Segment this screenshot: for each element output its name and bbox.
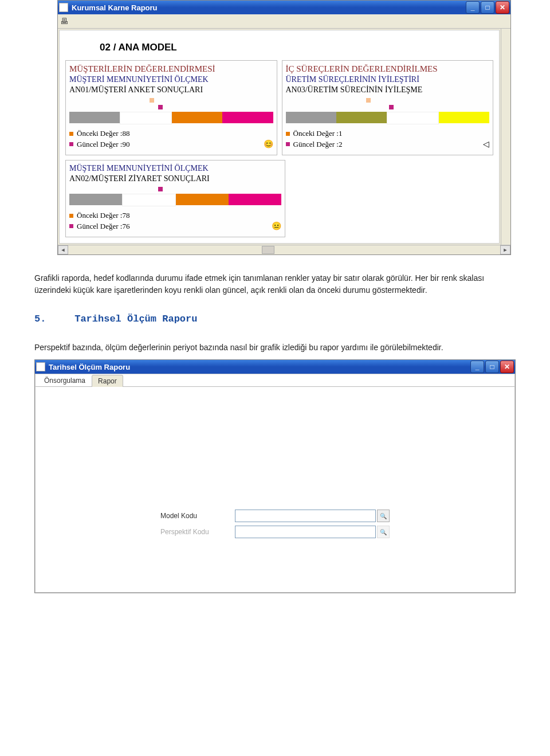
window-title-1: Kurumsal Karne Raporu [72,3,466,12]
perspective-title: MÜŞTERİLERİN DEĞERLENDİRMESİ [69,64,273,74]
window2-body: Önsorgulama Rapor Model Kodu 🔍 Perspekti… [35,374,515,593]
tab-rapor[interactable]: Rapor [92,375,123,387]
objective-title: MÜŞTERİ MEMNUNİYETİNİ ÖLÇMEK [69,164,281,173]
marker-curr [158,187,163,191]
close-button[interactable]: ✕ [500,361,514,373]
perspektif-kodu-input[interactable] [235,526,376,538]
scorecard-1: MÜŞTERİLERİN DEĞERLENDİRMESİ MÜŞTERİ MEM… [65,60,277,155]
prev-value-label: Önceki Değer :78 [77,211,129,220]
measure-title: AN02/MÜŞTERİ ZİYARET SONUÇLARI [69,174,281,183]
perspektif-kodu-label: Perspektif Kodu [160,528,235,536]
report-body: 02 / ANA MODEL MÜŞTERİLERİN DEĞERLENDİRM… [59,30,500,244]
color-scale-1 [69,112,273,123]
app-icon [36,362,45,371]
perspective-title: İÇ SÜREÇLERİN DEĞERLENDİRİLMES [286,64,490,74]
swatch-prev-icon [286,132,290,136]
close-button[interactable]: ✕ [496,1,509,14]
scroll-left-icon[interactable]: ◄ [58,245,68,254]
scroll-thumb[interactable] [262,246,274,254]
model-kodu-lookup-icon[interactable]: 🔍 [377,510,390,522]
curr-value-label: Güncel Değer :76 [77,222,129,231]
color-scale-2 [286,112,490,123]
minimize-button[interactable]: _ [466,1,480,14]
swatch-prev-icon [69,214,73,218]
scroll-right-icon[interactable]: ► [500,245,510,254]
measure-title: AN01/MÜŞTERİ ANKET SONUÇLARI [69,85,273,95]
section-heading: 5. Tarihsel Ölçüm Raporu [34,314,516,324]
swatch-prev-icon [69,132,73,136]
status-emoji: ◁ [483,139,489,149]
maximize-button[interactable]: □ [481,1,494,14]
marker-curr [158,105,163,109]
prev-value-label: Önceki Değer :1 [293,129,343,138]
measure-title: AN03/ÜRETİM SÜRECİNİN İYİLEŞME [286,85,490,95]
tab-onsorgulama[interactable]: Önsorgulama [38,374,92,386]
titlebar-1: Kurumsal Karne Raporu _ □ ✕ [58,1,510,14]
report-window-1: Kurumsal Karne Raporu _ □ ✕ 🖶 02 / ANA M… [57,0,511,255]
vertical-scrollbar[interactable] [501,29,510,245]
minimize-button[interactable]: _ [470,361,484,373]
titlebar-2: Tarihsel Ölçüm Raporu _ □ ✕ [35,360,515,374]
status-emoji: 😊 [264,139,273,149]
status-emoji: 😐 [272,221,281,231]
app-icon [59,3,68,12]
marker-prev [150,98,154,103]
print-icon[interactable]: 🖶 [60,17,68,26]
curr-value-label: Güncel Değer :90 [77,140,129,149]
scorecard-3: MÜŞTERİ MEMNUNİYETİNİ ÖLÇMEK AN02/MÜŞTER… [65,160,285,237]
scorecard-2: İÇ SÜREÇLERİN DEĞERLENDİRİLMES ÜRETİM SÜ… [282,60,494,155]
swatch-curr-icon [69,224,73,228]
report-title: 02 / ANA MODEL [100,42,493,53]
model-kodu-label: Model Kodu [160,512,235,520]
marker-prev [366,98,371,103]
prev-value-label: Önceki Değer :88 [77,129,129,138]
maximize-button[interactable]: □ [485,361,499,373]
model-kodu-input[interactable] [235,510,376,522]
report-window-2: Tarihsel Ölçüm Raporu _ □ ✕ Önsorgulama … [34,359,516,593]
marker-curr [389,105,394,109]
doc-paragraph-2: Perspektif bazında, ölçüm değerlerinin p… [34,342,516,354]
swatch-curr-icon [69,142,73,146]
perspektif-kodu-lookup-icon: 🔍 [377,526,390,538]
color-scale-3 [69,194,281,205]
window-title-2: Tarihsel Ölçüm Raporu [49,363,470,371]
section-number: 5. [34,314,69,324]
swatch-curr-icon [286,142,290,146]
objective-title: MÜŞTERİ MEMNUNİYETİNİ ÖLÇMEK [69,75,273,84]
horizontal-scrollbar[interactable]: ◄ ► [58,245,510,254]
toolbar-1: 🖶 [58,14,510,29]
section-title: Tarihsel Ölçüm Raporu [74,314,197,324]
objective-title: ÜRETİM SÜREÇLERİNİN İYİLEŞTİRİ [286,75,490,84]
doc-paragraph-1: Grafikli raporda, hedef kodlarında durum… [34,272,516,296]
curr-value-label: Güncel Değer :2 [293,140,343,149]
